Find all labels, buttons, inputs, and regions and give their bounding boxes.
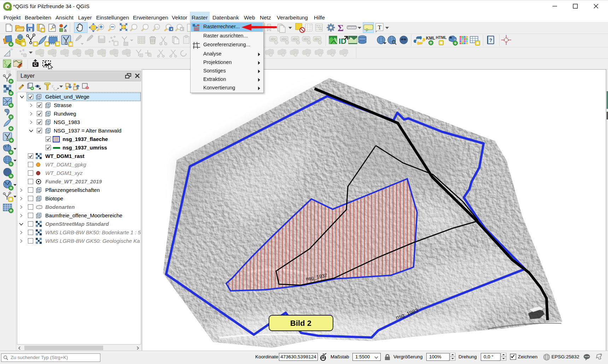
svg-text:abc: abc (270, 37, 276, 41)
svg-text:?: ? (489, 37, 492, 43)
svg-text:abc: abc (292, 37, 298, 41)
svg-text:abc: abc (314, 37, 320, 41)
svg-text:abc: abc (303, 37, 309, 41)
svg-text:HTML: HTML (436, 35, 447, 40)
svg-text:ε: ε (52, 83, 54, 89)
svg-text:ID: ID (339, 37, 346, 46)
svg-text:0: 0 (34, 64, 36, 66)
svg-text:T: T (378, 24, 382, 31)
svg-text:Σ: Σ (338, 23, 344, 33)
svg-text:a: a (64, 28, 67, 33)
svg-text:1:1: 1:1 (154, 26, 159, 29)
svg-text:Bild 2: Bild 2 (290, 319, 311, 328)
svg-text:KML: KML (426, 36, 435, 41)
svg-text:abc: abc (281, 37, 287, 41)
